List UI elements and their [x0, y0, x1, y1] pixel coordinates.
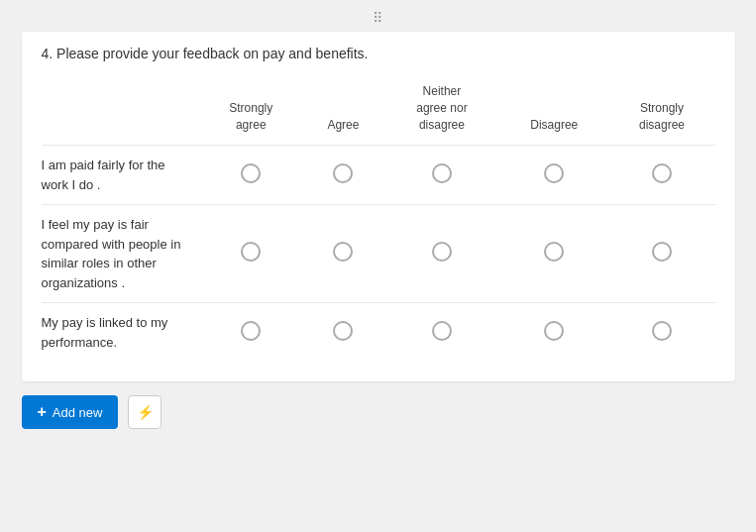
radio-row3-disagree[interactable] [544, 321, 564, 341]
radio-row3-strongly-agree[interactable] [241, 321, 261, 341]
cell-row2-strongly-agree[interactable] [200, 205, 303, 303]
radio-row3-agree[interactable] [333, 321, 353, 341]
question-card: 4. Please provide your feedback on pay a… [22, 32, 735, 381]
row-label-row3: My pay is linked to my performance. [42, 303, 200, 363]
radio-row1-strongly-agree[interactable] [241, 163, 261, 183]
page-container: ⠿ 4. Please provide your feedback on pay… [0, 0, 756, 532]
radio-row2-strongly-agree[interactable] [241, 242, 261, 262]
table-row: My pay is linked to my performance. [42, 303, 715, 363]
radio-row1-disagree[interactable] [544, 163, 564, 183]
footer-bar: + Add new ⚡ [22, 395, 735, 429]
row-label-row1: I am paid fairly for the work I do . [42, 146, 200, 205]
add-new-label: Add new [53, 405, 103, 420]
radio-row2-strongly-disagree[interactable] [652, 242, 672, 262]
col-header-strongly-disagree: Strongly disagree [608, 77, 714, 146]
cell-row1-disagree[interactable] [499, 146, 608, 205]
lightning-icon: ⚡ [137, 404, 154, 420]
table-row: I am paid fairly for the work I do . [42, 146, 715, 205]
col-header-empty [42, 77, 200, 146]
table-row: I feel my pay is fair compared with peop… [42, 205, 715, 303]
lightning-button[interactable]: ⚡ [128, 395, 162, 429]
cell-row3-neither[interactable] [384, 303, 499, 363]
radio-row2-disagree[interactable] [544, 242, 564, 262]
col-header-agree: Agree [302, 77, 384, 146]
cell-row2-neither[interactable] [384, 205, 499, 303]
add-new-button[interactable]: + Add new [22, 395, 119, 429]
col-header-disagree: Disagree [499, 77, 608, 146]
cell-row1-agree[interactable] [302, 146, 384, 205]
cell-row2-disagree[interactable] [499, 205, 608, 303]
radio-row2-neither[interactable] [432, 242, 452, 262]
col-header-strongly-agree: Strongly agree [200, 77, 303, 146]
cell-row2-strongly-disagree[interactable] [608, 205, 714, 303]
row-label-row2: I feel my pay is fair compared with peop… [42, 205, 200, 303]
question-title: 4. Please provide your feedback on pay a… [42, 46, 715, 61]
col-header-neither: Neither agree nor disagree [384, 77, 499, 146]
cell-row2-agree[interactable] [302, 205, 384, 303]
radio-row3-strongly-disagree[interactable] [652, 321, 672, 341]
cell-row3-disagree[interactable] [499, 303, 608, 363]
radio-row2-agree[interactable] [333, 242, 353, 262]
cell-row3-strongly-agree[interactable] [200, 303, 303, 363]
radio-row1-strongly-disagree[interactable] [652, 163, 672, 183]
cell-row1-strongly-disagree[interactable] [608, 146, 714, 205]
cell-row1-strongly-agree[interactable] [200, 146, 303, 205]
cell-row3-agree[interactable] [302, 303, 384, 363]
radio-row1-agree[interactable] [333, 163, 353, 183]
radio-row3-neither[interactable] [432, 321, 452, 341]
radio-row1-neither[interactable] [432, 163, 452, 183]
cell-row1-neither[interactable] [384, 146, 499, 205]
matrix-table: Strongly agree Agree Neither agree nor d… [42, 77, 715, 362]
drag-handle: ⠿ [373, 10, 384, 26]
cell-row3-strongly-disagree[interactable] [608, 303, 714, 363]
plus-icon: + [38, 403, 47, 421]
